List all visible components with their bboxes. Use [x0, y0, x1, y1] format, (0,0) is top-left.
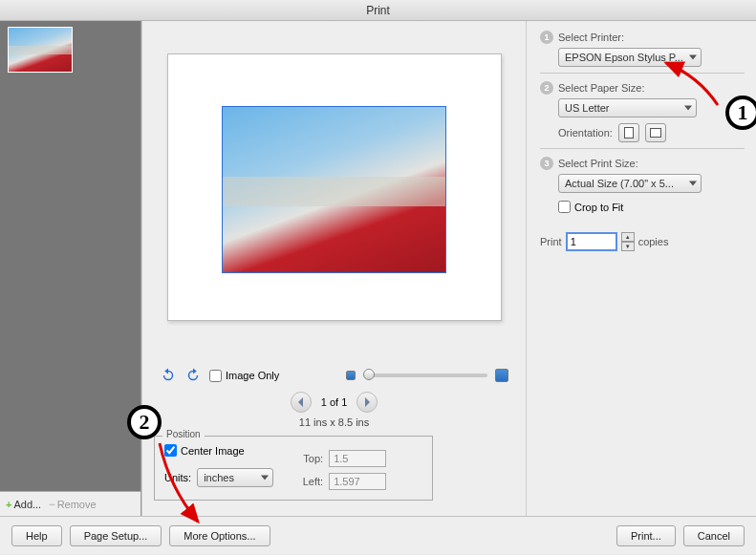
- left-field: [329, 473, 386, 490]
- step-3-badge: 3: [540, 157, 553, 170]
- print-size-select[interactable]: Actual Size (7.00" x 5...: [558, 174, 702, 193]
- print-size-value: Actual Size (7.00" x 5...: [565, 178, 674, 189]
- help-button[interactable]: Help: [11, 525, 62, 546]
- chevron-down-icon: [261, 476, 269, 480]
- select-print-size-label: Select Print Size:: [558, 158, 638, 169]
- add-button[interactable]: +Add...: [6, 499, 41, 510]
- chevron-down-icon: [689, 181, 697, 186]
- copies-up-button[interactable]: ▲: [621, 232, 635, 242]
- help-label: Help: [26, 530, 48, 542]
- copies-field[interactable]: [566, 232, 617, 251]
- zoom-in-swatch[interactable]: [495, 369, 508, 382]
- portrait-icon: [624, 127, 634, 139]
- arrow-2: [152, 439, 209, 525]
- zoom-out-swatch[interactable]: [346, 371, 356, 380]
- preview-image-frame[interactable]: [222, 106, 446, 273]
- thumbnail-area: [0, 21, 140, 491]
- zoom-slider-thumb[interactable]: [363, 369, 375, 380]
- rotate-ccw-icon[interactable]: [160, 367, 177, 384]
- cancel-label: Cancel: [698, 530, 730, 542]
- chevron-left-icon: [297, 397, 305, 407]
- step-1-badge: 1: [540, 31, 553, 44]
- top-label: Top:: [294, 453, 323, 464]
- select-printer-label: Select Printer:: [558, 32, 624, 43]
- zoom-slider[interactable]: [363, 374, 487, 377]
- settings-panel: 1 Select Printer: EPSON Epson Stylus P..…: [527, 21, 756, 516]
- plus-icon: +: [6, 499, 11, 510]
- callout-2: 2: [127, 405, 162, 439]
- landscape-icon: [650, 128, 661, 138]
- copies-suffix: copies: [638, 236, 669, 247]
- window-title: Print: [366, 4, 390, 17]
- thumbnail-image: [9, 28, 72, 72]
- rotate-cw-icon[interactable]: [184, 367, 202, 384]
- bottom-bar: Help Page Setup... More Options... Print…: [0, 516, 756, 554]
- image-only-input[interactable]: [209, 370, 222, 382]
- orientation-label: Orientation:: [558, 127, 613, 139]
- page-setup-button[interactable]: Page Setup...: [70, 525, 162, 546]
- more-options-label: More Options...: [184, 530, 255, 542]
- cancel-button[interactable]: Cancel: [683, 525, 745, 546]
- callout-1-text: 1: [738, 100, 748, 125]
- image-only-checkbox[interactable]: Image Only: [209, 370, 279, 382]
- add-remove-bar: +Add... −Remove: [0, 491, 140, 516]
- pager-row: 1 of 1: [154, 392, 514, 413]
- prev-page-button[interactable]: [291, 392, 312, 413]
- paper-size-value: US Letter: [565, 102, 609, 114]
- page-thumbnail[interactable]: [8, 27, 73, 73]
- paper-preview: [167, 53, 502, 321]
- copies-down-button[interactable]: ▼: [621, 242, 635, 251]
- minus-icon: −: [49, 499, 54, 510]
- position-legend: Position: [162, 429, 205, 439]
- left-label: Left:: [294, 476, 323, 487]
- preview-controls: Image Only: [154, 367, 514, 384]
- orientation-portrait-button[interactable]: [618, 123, 639, 142]
- paper-dimensions: 11 ins x 8.5 ins: [154, 416, 514, 428]
- remove-label: Remove: [57, 499, 97, 510]
- image-only-label: Image Only: [226, 370, 279, 381]
- orientation-landscape-button[interactable]: [645, 123, 666, 142]
- page-setup-label: Page Setup...: [84, 530, 148, 542]
- add-label: Add...: [13, 499, 41, 510]
- next-page-button[interactable]: [356, 392, 378, 413]
- preview-panel: Image Only 1 of 1 11 ins x 8.5 ins Posit…: [141, 21, 527, 516]
- print-label: Print...: [631, 530, 661, 542]
- step-2-badge: 2: [540, 81, 553, 95]
- window-titlebar: Print: [0, 0, 756, 21]
- more-options-button[interactable]: More Options...: [169, 525, 270, 546]
- top-field: [329, 450, 386, 467]
- thumbnail-sidebar: +Add... −Remove: [0, 21, 141, 516]
- copies-spinner[interactable]: ▲ ▼: [621, 232, 635, 251]
- pager-text: 1 of 1: [321, 396, 348, 408]
- callout-1: 1: [725, 96, 756, 130]
- chevron-right-icon: [363, 397, 371, 407]
- arrow-1: [660, 57, 727, 115]
- callout-2-text: 2: [140, 410, 150, 435]
- crop-to-fit-label: Crop to Fit: [574, 202, 623, 213]
- preview-image: [223, 107, 445, 272]
- crop-to-fit-input[interactable]: [558, 201, 571, 213]
- divider: [540, 148, 745, 149]
- crop-to-fit-checkbox[interactable]: Crop to Fit: [558, 201, 623, 213]
- select-paper-label: Select Paper Size:: [558, 82, 645, 94]
- remove-button[interactable]: −Remove: [49, 499, 96, 510]
- print-button[interactable]: Print...: [616, 525, 676, 546]
- copies-row: Print ▲ ▼ copies: [540, 232, 745, 251]
- copies-prefix: Print: [540, 236, 562, 247]
